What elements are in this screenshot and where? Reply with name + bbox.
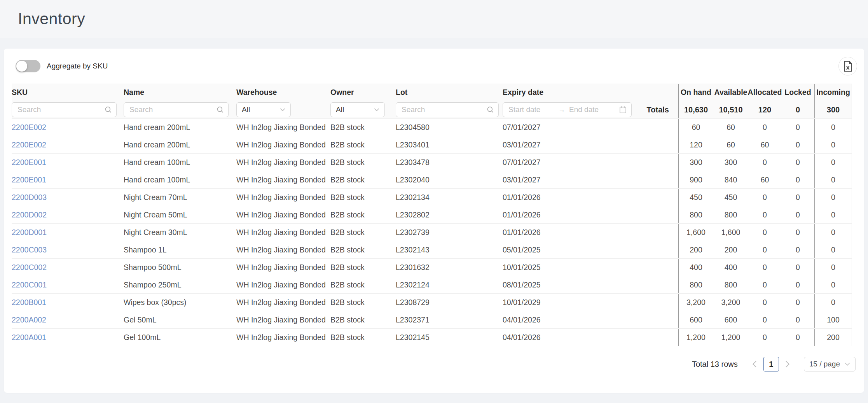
cell-owner: B2B stock	[330, 119, 396, 136]
cell-on-hand: 120	[678, 136, 713, 153]
cell-warehouse: WH In2log Jiaxing Bonded	[236, 294, 330, 311]
cell-available: 60	[713, 119, 748, 136]
cell-available: 840	[713, 171, 748, 188]
top-header-bar: Inventory	[0, 0, 868, 38]
page-title: Inventory	[18, 10, 85, 28]
expiry-date-range-picker[interactable]: Start date → End date	[503, 102, 632, 117]
cell-lot: L2302802	[396, 206, 503, 223]
cell-lot: L2302040	[396, 171, 503, 188]
search-icon	[105, 106, 112, 114]
cell-locked: 0	[781, 294, 814, 311]
next-page-button[interactable]	[781, 357, 795, 371]
cell-available: 60	[713, 136, 748, 153]
lot-search-input[interactable]	[396, 102, 499, 117]
sku-link[interactable]: 2200A002	[12, 315, 46, 324]
cell-owner: B2B stock	[330, 241, 396, 258]
col-header-incoming: Incoming	[814, 84, 852, 101]
cell-available: 1,200	[713, 329, 748, 346]
cell-name: Hand cream 200mL	[124, 119, 236, 136]
cell-incoming: 0	[814, 294, 852, 311]
cell-on-hand: 300	[678, 154, 713, 171]
sku-link[interactable]: 2200C001	[12, 280, 47, 289]
aggregate-by-sku-label: Aggregate by SKU	[47, 62, 108, 70]
cell-incoming: 0	[814, 224, 852, 241]
sku-link[interactable]: 2200E002	[12, 123, 46, 132]
cell-on-hand: 1,600	[678, 224, 713, 241]
cell-expiry: 10/01/2025	[503, 259, 678, 276]
cell-owner: B2B stock	[330, 294, 396, 311]
cell-allocated: 0	[748, 189, 781, 206]
cell-owner: B2B stock	[330, 136, 396, 153]
col-header-available: Available	[713, 84, 748, 101]
total-rows-text: Total 13 rows	[692, 360, 738, 369]
cell-on-hand: 200	[678, 241, 713, 258]
cell-locked: 0	[781, 259, 814, 276]
cell-on-hand: 1,200	[678, 329, 713, 346]
owner-select[interactable]: All	[330, 102, 385, 117]
cell-owner: B2B stock	[330, 259, 396, 276]
cell-owner: B2B stock	[330, 224, 396, 241]
sku-link[interactable]: 2200D002	[12, 210, 47, 219]
cell-warehouse: WH In2log Jiaxing Bonded	[236, 259, 330, 276]
sku-link[interactable]: 2200E001	[12, 158, 46, 167]
cell-locked: 0	[781, 119, 814, 136]
cell-sku: 2200D003	[12, 189, 124, 206]
aggregate-by-sku-toggle[interactable]	[16, 60, 40, 72]
sku-link[interactable]: 2200D001	[12, 228, 47, 237]
chevron-down-icon	[374, 108, 379, 112]
cell-lot: L2302739	[396, 224, 503, 241]
cell-name: Shampoo 250mL	[124, 276, 236, 293]
warehouse-select[interactable]: All	[236, 102, 291, 117]
sku-link[interactable]: 2200E001	[12, 175, 46, 184]
previous-page-button[interactable]	[748, 357, 761, 371]
cell-locked: 0	[781, 224, 814, 241]
page-number-button[interactable]: 1	[763, 357, 779, 371]
sku-link[interactable]: 2200B001	[12, 298, 46, 307]
cell-name: Gel 50mL	[124, 311, 236, 328]
sku-search-input[interactable]	[12, 102, 117, 117]
cell-name: Shampoo 500mL	[124, 259, 236, 276]
cell-allocated: 60	[748, 171, 781, 188]
inventory-card: Aggregate by SKU SKU Name Warehouse Owne…	[4, 49, 864, 393]
cell-owner: B2B stock	[330, 311, 396, 328]
cell-incoming: 0	[814, 206, 852, 223]
table-filter-row: All All	[12, 101, 852, 119]
total-on-hand: 10,630	[678, 101, 713, 118]
warehouse-select-value: All	[242, 105, 250, 114]
table-row: 2200D002Night Cream 50mLWH In2log Jiaxin…	[12, 206, 852, 224]
cell-available: 200	[713, 241, 748, 258]
total-locked: 0	[781, 101, 814, 118]
cell-locked: 0	[781, 136, 814, 153]
cell-allocated: 0	[748, 119, 781, 136]
search-icon	[217, 106, 224, 114]
cell-owner: B2B stock	[330, 206, 396, 223]
cell-owner: B2B stock	[330, 276, 396, 293]
cell-allocated: 0	[748, 241, 781, 258]
cell-sku: 2200E002	[12, 136, 124, 153]
cell-sku: 2200C002	[12, 259, 124, 276]
table-row: 2200C003Shampoo 1LWH In2log Jiaxing Bond…	[12, 241, 852, 259]
cell-sku: 2200B001	[12, 294, 124, 311]
cell-sku: 2200E002	[12, 119, 124, 136]
sku-link[interactable]: 2200D003	[12, 193, 47, 202]
cell-name: Night Cream 70mL	[124, 189, 236, 206]
name-search-input[interactable]	[124, 102, 229, 117]
cell-locked: 0	[781, 276, 814, 293]
cell-lot: L2301632	[396, 259, 503, 276]
cell-sku: 2200C001	[12, 276, 124, 293]
cell-lot: L2308729	[396, 294, 503, 311]
sku-link[interactable]: 2200A001	[12, 333, 46, 342]
page-size-select[interactable]: 15 / page	[804, 357, 856, 371]
sku-link[interactable]: 2200C002	[12, 263, 47, 272]
table-row: 2200D001Night Cream 30mLWH In2log Jiaxin…	[12, 224, 852, 241]
cell-on-hand: 400	[678, 259, 713, 276]
sku-link[interactable]: 2200C003	[12, 245, 47, 254]
col-header-allocated: Allocated	[748, 84, 781, 101]
cell-available: 800	[713, 276, 748, 293]
export-excel-button[interactable]	[838, 57, 857, 75]
sku-link[interactable]: 2200E002	[12, 140, 46, 149]
col-header-name: Name	[124, 84, 236, 101]
col-header-locked: Locked	[781, 84, 814, 101]
cell-incoming: 0	[814, 171, 852, 188]
owner-select-value: All	[336, 105, 344, 114]
